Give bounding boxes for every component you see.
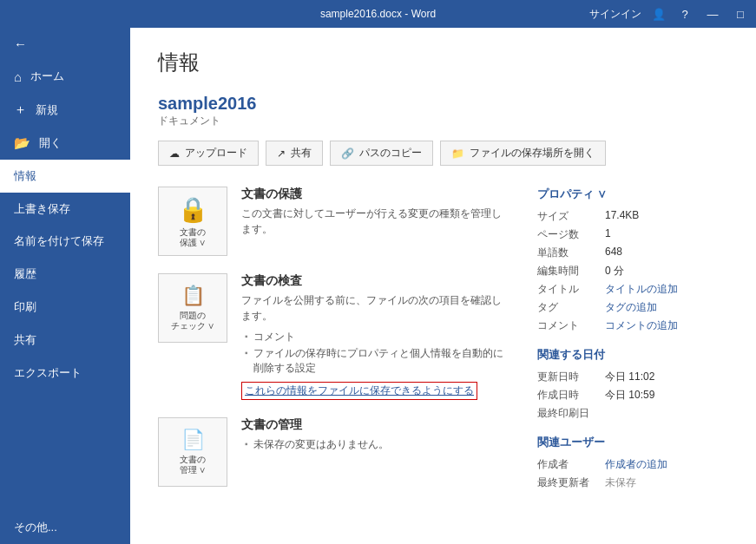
- titlebar-title: sample2016.docx - Word: [320, 8, 436, 20]
- inspect-icon-label: 問題のチェック ∨: [171, 311, 215, 331]
- sidebar-item-open[interactable]: 📂 開く: [0, 127, 130, 160]
- sidebar-item-saveas[interactable]: 名前を付けて保存: [0, 226, 130, 258]
- sidebar-item-history[interactable]: 履歴: [0, 258, 130, 291]
- props-edittime: 編集時間 0 分: [537, 264, 728, 279]
- protect-content: 文書の保護 この文書に対してユーザーが行える変更の種類を管理します。: [241, 187, 509, 242]
- props-tags: タグ タグの追加: [537, 300, 728, 315]
- protect-title: 文書の保護: [241, 187, 509, 202]
- sidebar-item-more-label: その他...: [14, 520, 57, 535]
- bullet-unsaved: 未保存の変更はありません。: [245, 436, 509, 453]
- props-size: サイズ 17.4KB: [537, 209, 728, 224]
- sidebar-item-home-label: ホーム: [30, 69, 64, 84]
- props-title: タイトル タイトルの追加: [537, 282, 728, 297]
- props-lastprint: 最終印刷日: [537, 406, 728, 421]
- link-icon: 🔗: [341, 147, 354, 160]
- author-value[interactable]: 作成者の追加: [605, 457, 728, 472]
- lastmodified-value: 未保存: [605, 475, 728, 490]
- pages-label: ページ数: [537, 227, 598, 242]
- properties-header[interactable]: プロパティ ∨: [537, 187, 728, 202]
- size-value: 17.4KB: [605, 209, 728, 224]
- page-title: 情報: [158, 49, 728, 76]
- inspect-desc: ファイルを公開する前に、ファイルの次の項目を確認します。: [241, 292, 509, 324]
- sidebar: ← ⌂ ホーム ＋ 新規 📂 開く 情報 上書き保存 名前を付けて保存 履歴 印…: [0, 28, 130, 544]
- protect-icon-label: 文書の保護 ∨: [180, 227, 207, 248]
- copypath-button[interactable]: 🔗 パスのコピー: [330, 141, 433, 166]
- sidebar-item-home[interactable]: ⌂ ホーム: [0, 60, 130, 93]
- props-pages: ページ数 1: [537, 227, 728, 242]
- related-people-section: 関連ユーザー 作成者 作成者の追加 最終更新者 未保存: [537, 435, 728, 490]
- inspect-content: 文書の検査 ファイルを公開する前に、ファイルの次の項目を確認します。 コメント …: [241, 273, 509, 400]
- titlebar: sample2016.docx - Word サインイン 👤 ? — □: [0, 0, 756, 28]
- properties-section: プロパティ ∨ サイズ 17.4KB ページ数 1 単語数 648 編集時間: [537, 187, 728, 333]
- open-icon: 📂: [14, 135, 30, 151]
- sidebar-item-save-label: 上書き保存: [14, 201, 70, 217]
- sidebar-item-info-label: 情報: [14, 168, 36, 184]
- main-right: プロパティ ∨ サイズ 17.4KB ページ数 1 単語数 648 編集時間: [537, 187, 728, 504]
- lastmodified-label: 最終更新者: [537, 475, 598, 490]
- sidebar-item-print[interactable]: 印刷: [0, 291, 130, 324]
- sidebar-item-more[interactable]: その他...: [0, 511, 130, 544]
- sidebar-item-print-label: 印刷: [14, 299, 36, 315]
- edittime-value: 0 分: [605, 264, 728, 279]
- main-row: 🔒 文書の保護 ∨ 文書の保護 この文書に対してユーザーが行える変更の種類を管理…: [158, 187, 728, 504]
- sidebar-item-share-label: 共有: [14, 332, 36, 348]
- folder-icon: 📁: [451, 147, 464, 160]
- manage-bullets: 未保存の変更はありません。: [245, 436, 509, 453]
- sidebar-item-save[interactable]: 上書き保存: [0, 193, 130, 226]
- tags-value[interactable]: タグの追加: [605, 300, 728, 315]
- upload-button[interactable]: ☁ アップロード: [158, 141, 259, 166]
- share-icon: ↗: [277, 147, 286, 160]
- help-button[interactable]: ?: [676, 8, 694, 21]
- sidebar-item-back[interactable]: ←: [0, 28, 130, 60]
- sidebar-spacer: [0, 390, 130, 511]
- share-button[interactable]: ↗ 共有: [266, 141, 323, 166]
- content-area: 情報 sample2016 ドキュメント ☁ アップロード ↗ 共有 🔗 パスの…: [130, 28, 756, 544]
- protect-desc: この文書に対してユーザーが行える変更の種類を管理します。: [241, 206, 509, 237]
- created-label: 作成日時: [537, 388, 598, 403]
- related-dates-section: 関連する日付 更新日時 今日 11:02 作成日時 今日 10:59 最終印刷日: [537, 347, 728, 421]
- signin-button[interactable]: サインイン: [589, 7, 641, 22]
- author-label: 作成者: [537, 457, 598, 472]
- action-buttons: ☁ アップロード ↗ 共有 🔗 パスのコピー 📁 ファイルの保存場所を開く: [158, 141, 728, 166]
- openfile-button[interactable]: 📁 ファイルの保存場所を開く: [440, 141, 606, 166]
- props-author: 作成者 作成者の追加: [537, 457, 728, 472]
- props-created: 作成日時 今日 10:59: [537, 388, 728, 403]
- sidebar-item-new[interactable]: ＋ 新規: [0, 93, 130, 127]
- props-words: 単語数 648: [537, 246, 728, 260]
- sidebar-item-new-label: 新規: [36, 102, 58, 118]
- back-icon: ←: [14, 36, 27, 51]
- size-label: サイズ: [537, 209, 598, 224]
- created-value: 今日 10:59: [605, 388, 728, 403]
- title-value[interactable]: タイトルの追加: [605, 282, 728, 297]
- inspect-icon-box[interactable]: 📋 問題のチェック ∨: [158, 273, 227, 343]
- props-updated: 更新日時 今日 11:02: [537, 370, 728, 384]
- upload-icon: ☁: [169, 147, 180, 160]
- section-manage: 📄 文書の管理 ∨ 文書の管理 未保存の変更はありません。: [158, 417, 509, 487]
- inspect-bullets: コメント ファイルの保存時にプロパティと個人情報を自動的に削除する設定: [245, 329, 509, 377]
- sidebar-item-history-label: 履歴: [14, 266, 36, 282]
- minimize-button[interactable]: —: [704, 8, 721, 21]
- sidebar-item-saveas-label: 名前を付けて保存: [14, 234, 104, 249]
- edittime-label: 編集時間: [537, 264, 598, 279]
- words-label: 単語数: [537, 246, 598, 260]
- protect-icon-box[interactable]: 🔒 文書の保護 ∨: [158, 187, 227, 256]
- save-info-link[interactable]: これらの情報をファイルに保存できるようにする: [241, 382, 477, 400]
- sidebar-item-share[interactable]: 共有: [0, 324, 130, 357]
- manage-content: 文書の管理 未保存の変更はありません。: [241, 417, 509, 453]
- bullet-comment: コメント: [245, 329, 509, 345]
- person-icon[interactable]: 👤: [652, 8, 666, 21]
- title-label: タイトル: [537, 282, 598, 297]
- tags-label: タグ: [537, 300, 598, 315]
- sidebar-item-info[interactable]: 情報: [0, 160, 130, 193]
- comment-value[interactable]: コメントの追加: [605, 318, 728, 333]
- new-icon: ＋: [14, 102, 27, 118]
- updated-value: 今日 11:02: [605, 370, 728, 384]
- inspect-title: 文書の検査: [241, 273, 509, 289]
- sidebar-item-export-label: エクスポート: [14, 365, 82, 381]
- manage-title: 文書の管理: [241, 417, 509, 433]
- sidebar-item-export[interactable]: エクスポート: [0, 357, 130, 390]
- app-body: ← ⌂ ホーム ＋ 新規 📂 開く 情報 上書き保存 名前を付けて保存 履歴 印…: [0, 28, 756, 544]
- check-icon: 📋: [181, 285, 205, 307]
- maximize-button[interactable]: □: [732, 8, 749, 21]
- manage-icon-box[interactable]: 📄 文書の管理 ∨: [158, 417, 227, 487]
